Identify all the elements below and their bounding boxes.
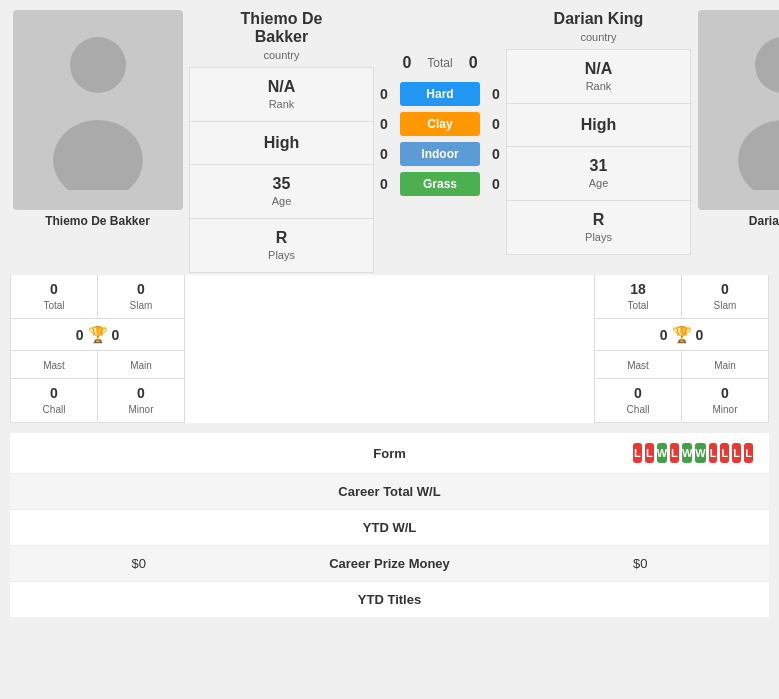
left-stats-card: Thiemo De Bakker country N/A Rank High 3… bbox=[189, 10, 374, 273]
right-minor-cell: 0 Minor bbox=[682, 379, 768, 422]
form-badge-4: W bbox=[682, 443, 692, 463]
right-trophy-icon: 🏆 bbox=[672, 325, 692, 344]
ytd-wl-label: YTD W/L bbox=[146, 520, 633, 535]
form-badge-8: L bbox=[732, 443, 741, 463]
right-player-photo bbox=[698, 10, 780, 210]
right-player-name-below: Darian King bbox=[749, 214, 779, 228]
right-country: country bbox=[506, 31, 691, 43]
clay-button[interactable]: Clay bbox=[400, 112, 480, 136]
left-main-label-cell: Main bbox=[98, 351, 184, 378]
bottom-player-stats: 0 Total 0 Slam 0 🏆 0 Mast bbox=[10, 275, 769, 423]
form-badge-0: L bbox=[633, 443, 642, 463]
left-player-name: Thiemo De Bakker bbox=[189, 10, 374, 46]
ytd-titles-label: YTD Titles bbox=[146, 592, 633, 607]
right-win-stats: 18 Total 0 Slam 0 🏆 0 Mast bbox=[594, 275, 769, 423]
right-age-cell: 31 Age bbox=[507, 147, 690, 201]
form-badge-9: L bbox=[744, 443, 753, 463]
svg-point-0 bbox=[70, 37, 126, 93]
prize-row: $0 Career Prize Money $0 bbox=[10, 546, 769, 582]
form-badge-7: L bbox=[720, 443, 729, 463]
career-wl-label: Career Total W/L bbox=[146, 484, 633, 499]
left-country: country bbox=[189, 49, 374, 61]
form-badge-6: L bbox=[709, 443, 718, 463]
main-wrapper: Thiemo De Bakker Thiemo De Bakker countr… bbox=[0, 0, 779, 627]
right-total-cell: 18 Total bbox=[595, 275, 682, 318]
left-total-cell: 0 Total bbox=[11, 275, 98, 318]
left-rank-cell: N/A Rank bbox=[190, 68, 373, 122]
clay-row: 0 Clay 0 bbox=[374, 112, 506, 136]
bottom-section: Form L L W L W W L L L L Career Total W/ bbox=[10, 433, 769, 617]
left-stats-box: N/A Rank High 35 Age R Plays bbox=[189, 67, 374, 273]
right-mast-label-cell: Mast bbox=[595, 351, 682, 378]
left-win-stats: 0 Total 0 Slam 0 🏆 0 Mast bbox=[10, 275, 185, 423]
right-player-section: Darian King bbox=[695, 10, 779, 228]
left-age-cell: 35 Age bbox=[190, 165, 373, 219]
left-slam-cell: 0 Slam bbox=[98, 275, 184, 318]
left-minor-cell: 0 Minor bbox=[98, 379, 184, 422]
center-scores: 0 Total 0 0 Hard 0 0 Clay 0 0 Indoor 0 0 bbox=[374, 10, 506, 196]
left-prize: $0 bbox=[26, 556, 146, 571]
svg-point-2 bbox=[755, 37, 780, 93]
left-chall-cell: 0 Chall bbox=[11, 379, 98, 422]
form-badge-2: W bbox=[657, 443, 667, 463]
left-high-cell: High bbox=[190, 122, 373, 165]
hard-row: 0 Hard 0 bbox=[374, 82, 506, 106]
left-player-section: Thiemo De Bakker bbox=[10, 10, 185, 228]
total-row: 0 Total 0 bbox=[402, 54, 477, 72]
grass-row: 0 Grass 0 bbox=[374, 172, 506, 196]
svg-point-1 bbox=[53, 120, 143, 190]
form-badge-3: L bbox=[670, 443, 679, 463]
left-mast-cell: 0 🏆 0 bbox=[11, 319, 184, 350]
hard-button[interactable]: Hard bbox=[400, 82, 480, 106]
comparison-section: Thiemo De Bakker Thiemo De Bakker countr… bbox=[10, 10, 769, 273]
left-player-name-below: Thiemo De Bakker bbox=[45, 214, 150, 228]
right-high-cell: High bbox=[507, 104, 690, 147]
ytd-wl-row: YTD W/L bbox=[10, 510, 769, 546]
right-slam-cell: 0 Slam bbox=[682, 275, 768, 318]
right-rank-cell: N/A Rank bbox=[507, 50, 690, 104]
career-wl-row: Career Total W/L bbox=[10, 474, 769, 510]
left-plays-cell: R Plays bbox=[190, 219, 373, 272]
center-spacer bbox=[185, 275, 594, 423]
left-mast-label-cell: Mast bbox=[11, 351, 98, 378]
right-plays-cell: R Plays bbox=[507, 201, 690, 254]
indoor-button[interactable]: Indoor bbox=[400, 142, 480, 166]
prize-label: Career Prize Money bbox=[146, 556, 633, 571]
form-label: Form bbox=[146, 446, 633, 461]
left-player-photo bbox=[13, 10, 183, 210]
form-badge-1: L bbox=[645, 443, 654, 463]
right-prize: $0 bbox=[633, 556, 753, 571]
form-badge-5: W bbox=[695, 443, 705, 463]
right-player-name: Darian King bbox=[506, 10, 691, 28]
indoor-row: 0 Indoor 0 bbox=[374, 142, 506, 166]
form-badges: L L W L W W L L L L bbox=[633, 443, 753, 463]
right-mast-cell: 0 🏆 0 bbox=[595, 319, 768, 350]
left-trophy-icon: 🏆 bbox=[88, 325, 108, 344]
right-stats-card: Darian King country N/A Rank High 31 Age… bbox=[506, 10, 691, 255]
form-row: Form L L W L W W L L L L bbox=[10, 433, 769, 474]
right-chall-cell: 0 Chall bbox=[595, 379, 682, 422]
form-badges-container: L L W L W W L L L L bbox=[633, 443, 753, 463]
right-main-label-cell: Main bbox=[682, 351, 768, 378]
ytd-titles-row: YTD Titles bbox=[10, 582, 769, 617]
right-stats-box: N/A Rank High 31 Age R Plays bbox=[506, 49, 691, 255]
grass-button[interactable]: Grass bbox=[400, 172, 480, 196]
svg-point-3 bbox=[738, 120, 780, 190]
